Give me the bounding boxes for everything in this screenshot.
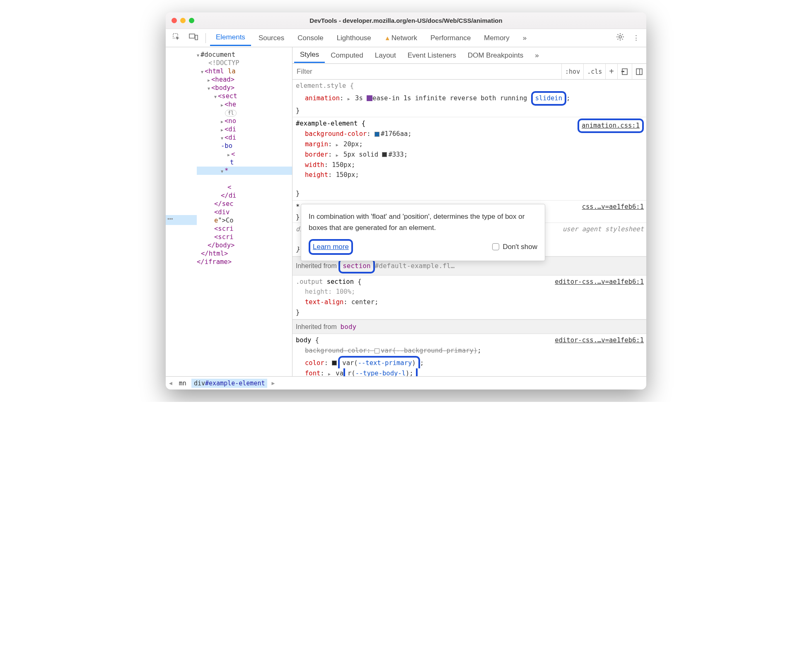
source-link[interactable]: editor-css.…v=ae1feb6:1 [555, 335, 644, 346]
hover-indicator: ••• [166, 215, 197, 225]
inspect-element-icon[interactable] [169, 30, 184, 46]
main-toolbar: Elements Sources Console Lighthouse ▲Net… [166, 29, 646, 47]
learn-more-link[interactable]: Learn more [309, 239, 353, 254]
inherited-from-body: Inherited from body [292, 319, 646, 334]
tab-elements[interactable]: Elements [210, 30, 251, 46]
svg-rect-2 [195, 35, 198, 40]
rendering-icon[interactable] [617, 64, 632, 79]
tab-event-listeners[interactable]: Event Listeners [402, 48, 462, 63]
minimize-window-button[interactable] [180, 18, 186, 23]
tab-console[interactable]: Console [292, 31, 329, 46]
styles-tabs-overflow[interactable]: » [529, 48, 544, 63]
svg-rect-6 [636, 69, 642, 75]
computed-sidebar-icon[interactable] [632, 64, 646, 79]
tooltip-text: In combination with 'float' and 'positio… [309, 211, 537, 233]
css-var-link[interactable]: var(--text-primary) [338, 356, 420, 368]
example-element-rule[interactable]: animation.css:1 #example-element { backg… [292, 117, 646, 201]
breadcrumb-item-selected[interactable]: div#example-element [191, 379, 268, 388]
svg-rect-1 [189, 34, 195, 38]
window-titlebar: DevTools - developer.mozilla.org/en-US/d… [166, 12, 646, 29]
new-rule-button[interactable]: + [605, 64, 617, 79]
left-gutter: ••• [166, 47, 197, 376]
element-style-rule[interactable]: element.style { animation: ▶ 3s ease-in … [292, 80, 646, 117]
breadcrumb-item[interactable]: mn [176, 379, 189, 388]
tab-memory[interactable]: Memory [478, 31, 515, 46]
window-title: DevTools - developer.mozilla.org/en-US/d… [166, 17, 646, 24]
tooltip-popover: In combination with 'float' and 'positio… [301, 204, 545, 261]
maximize-window-button[interactable] [189, 18, 194, 23]
tab-computed[interactable]: Computed [325, 48, 369, 63]
warning-icon: ▲ [384, 34, 391, 41]
tab-lighthouse[interactable]: Lighthouse [331, 31, 377, 46]
source-link[interactable]: css.…v=ae1feb6:1 [582, 202, 644, 212]
tab-styles[interactable]: Styles [294, 48, 325, 63]
filter-row: :hov .cls + [292, 64, 646, 80]
source-link[interactable]: animation.css:1 [578, 119, 644, 133]
close-window-button[interactable] [172, 18, 177, 23]
css-var-link[interactable]: r(--type-body-l); [343, 368, 418, 376]
animation-name-link[interactable]: slidein [531, 91, 566, 106]
svg-rect-5 [621, 71, 624, 72]
dont-show-checkbox[interactable]: Don't show [492, 241, 537, 252]
hov-toggle[interactable]: :hov [561, 64, 583, 79]
tab-network[interactable]: ▲Network [379, 31, 423, 46]
svg-point-3 [619, 36, 621, 38]
cls-toggle[interactable]: .cls [583, 64, 605, 79]
tab-dom-breakpoints[interactable]: DOM Breakpoints [462, 48, 529, 63]
filter-input[interactable] [292, 64, 561, 79]
gear-icon[interactable] [613, 30, 628, 46]
breadcrumb-bar[interactable]: ◀ mn div#example-element ▶ [166, 376, 646, 389]
dom-tree[interactable]: ▼#document <!DOCTYP ▼<html la ▶<head> ▼<… [197, 47, 292, 376]
kebab-menu-icon[interactable]: ⋮ [629, 31, 643, 45]
tab-performance[interactable]: Performance [425, 31, 476, 46]
device-toolbar-icon[interactable] [186, 31, 201, 45]
tab-layout[interactable]: Layout [369, 48, 402, 63]
ua-stylesheet-label: user agent stylesheet [563, 224, 644, 235]
rules-pane[interactable]: element.style { animation: ▶ 3s ease-in … [292, 80, 646, 376]
chevron-right-icon[interactable]: ▶ [270, 380, 276, 386]
styles-sidebar-tabs: Styles Computed Layout Event Listeners D… [292, 47, 646, 64]
chevron-left-icon[interactable]: ◀ [167, 380, 174, 386]
output-section-rule[interactable]: editor-css.…v=ae1feb6:1 .output section … [292, 276, 646, 319]
tab-sources[interactable]: Sources [253, 31, 290, 46]
body-rule[interactable]: editor-css.…v=ae1feb6:1 body { backgroun… [292, 334, 646, 376]
source-link[interactable]: editor-css.…v=ae1feb6:1 [555, 277, 644, 287]
tabs-overflow[interactable]: » [517, 31, 532, 46]
